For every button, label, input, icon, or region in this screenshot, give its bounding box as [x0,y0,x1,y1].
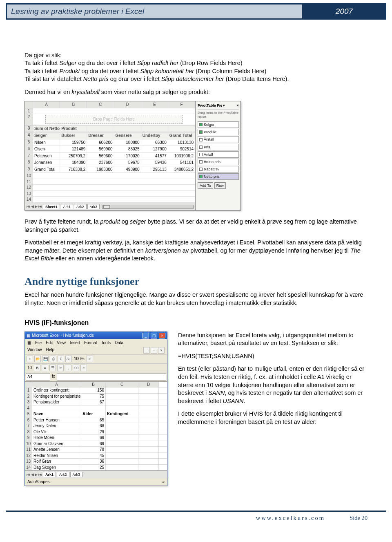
cell[interactable] [106,447,138,452]
cell[interactable]: Dag Skogen [32,465,81,470]
row-header[interactable]: 8 [25,159,33,166]
cell[interactable] [138,423,159,429]
cell[interactable]: 150 [81,387,106,393]
menu-item[interactable]: Format [84,340,97,346]
row-area-button[interactable]: Row [214,182,226,189]
cell[interactable]: 67 [81,399,106,405]
fx-icon[interactable]: fx [51,372,56,381]
tab-nav-first-icon[interactable]: ⏮ [27,204,30,209]
name-box[interactable]: A4 [26,373,50,381]
cell[interactable]: Navn [32,411,81,417]
cell[interactable]: Anette Jensen [32,447,81,452]
pivot-field-item[interactable]: Produkt [198,129,239,135]
minimize-button[interactable]: _ [143,333,149,338]
col-header[interactable]: B [81,382,106,387]
col-header[interactable]: A [32,382,81,387]
pivot-field-item[interactable]: Brutto pris [198,159,239,165]
cell[interactable] [106,399,138,405]
menu-item[interactable]: Insert [70,340,80,346]
toolbar-overflow-icon[interactable]: » [162,479,165,485]
row-header[interactable]: 5 [25,139,33,146]
cell[interactable] [106,417,138,423]
row-header[interactable]: 3 [25,399,32,405]
row-header[interactable]: 13 [25,191,33,197]
cell[interactable]: Hilde Moen [32,435,81,441]
row-header[interactable]: 4 [25,132,33,139]
toolbar-overflow-icon[interactable]: » [87,356,93,362]
col-header[interactable]: E [141,101,168,108]
cell[interactable] [106,435,138,441]
zoom-box[interactable]: 100% [73,356,85,362]
row-header[interactable]: 1 [25,108,33,114]
row-header[interactable]: 9 [25,435,32,441]
menu-item[interactable]: Tools [101,340,111,346]
checkbox-icon[interactable] [199,160,203,163]
horizontal-scrollbar[interactable] [102,205,194,209]
sort-icon[interactable]: A↓ [65,356,72,362]
tab-nav-prev-icon[interactable]: ◀ [31,204,34,209]
cell[interactable]: 69 [81,435,106,441]
checkbox-icon[interactable] [199,168,203,171]
sheet-tab[interactable]: Ark1 [43,472,56,477]
row-header[interactable]: 12 [25,185,33,190]
row-header[interactable]: 7 [25,153,33,159]
drop-page-fields[interactable]: Drop Page Fields Here [45,115,183,124]
toolbar-overflow-icon[interactable]: » [80,365,87,371]
col-header[interactable]: F [168,101,195,108]
cell[interactable]: 45 [81,453,106,459]
col-header[interactable]: B [60,101,87,108]
sheet-tab[interactable]: Ark2 [57,472,69,477]
cell[interactable] [32,405,81,411]
cell[interactable] [106,459,138,464]
checkbox-icon[interactable] [199,153,203,156]
row-header[interactable]: 14 [25,197,33,202]
open-icon[interactable]: 📂 [34,356,41,362]
pivot-col-field[interactable]: Produkt [60,125,87,132]
pivot-row-field[interactable]: Selger [33,132,60,139]
row-header[interactable]: 5 [25,411,32,417]
cell[interactable]: 75 [81,394,106,399]
row-header[interactable]: 4 [25,405,32,411]
maximize-button[interactable]: ▢ [151,333,157,338]
row-header[interactable]: 13 [25,459,32,464]
row-header[interactable]: 10 [25,441,32,447]
tab-nav-prev-icon[interactable]: ◀ [31,472,34,477]
cell[interactable] [106,387,138,393]
percent-icon[interactable]: % [57,365,64,371]
tab-nav-first-icon[interactable]: ⏮ [27,472,30,477]
menu-item[interactable]: Help [46,347,55,354]
cell[interactable] [106,429,138,435]
cell[interactable]: 69 [81,441,106,447]
cell[interactable] [106,453,138,459]
cell[interactable] [138,435,159,441]
cell[interactable]: Kontingent for pensjonister: [32,394,81,399]
doc-min-icon[interactable]: _ [143,347,150,354]
cell[interactable] [138,429,159,435]
col-header[interactable]: D [138,382,159,387]
cell[interactable]: Gunnar Olavsen [32,441,81,447]
scroll-thumb[interactable] [103,205,110,208]
checkbox-icon[interactable] [199,130,203,134]
pivot-field-item[interactable]: Antall [198,151,239,158]
row-header[interactable]: 7 [25,423,32,429]
row-header[interactable]: 10 [25,173,33,179]
row-header[interactable]: 14 [25,465,32,470]
row-header[interactable]: 8 [25,429,32,435]
cell[interactable] [138,405,159,411]
checkbox-icon[interactable] [199,175,203,178]
cell[interactable] [106,441,138,447]
pivot-corner[interactable]: Sum of Netto pris [33,125,60,132]
cell[interactable]: 29 [81,429,106,435]
row-header[interactable]: 2 [25,114,33,125]
close-icon[interactable]: × [237,103,239,108]
cell[interactable] [138,465,159,470]
print-icon[interactable]: ⎙ [50,356,56,362]
cell[interactable]: Petter Hansen [32,417,81,423]
sum-icon[interactable]: Σ [58,356,64,362]
cell[interactable] [138,453,159,459]
col-header[interactable]: D [114,101,141,108]
tab-nav-last-icon[interactable]: ⏭ [38,472,42,477]
select-all-corner[interactable] [25,101,33,108]
cell[interactable] [106,405,138,411]
cell[interactable] [81,405,106,411]
